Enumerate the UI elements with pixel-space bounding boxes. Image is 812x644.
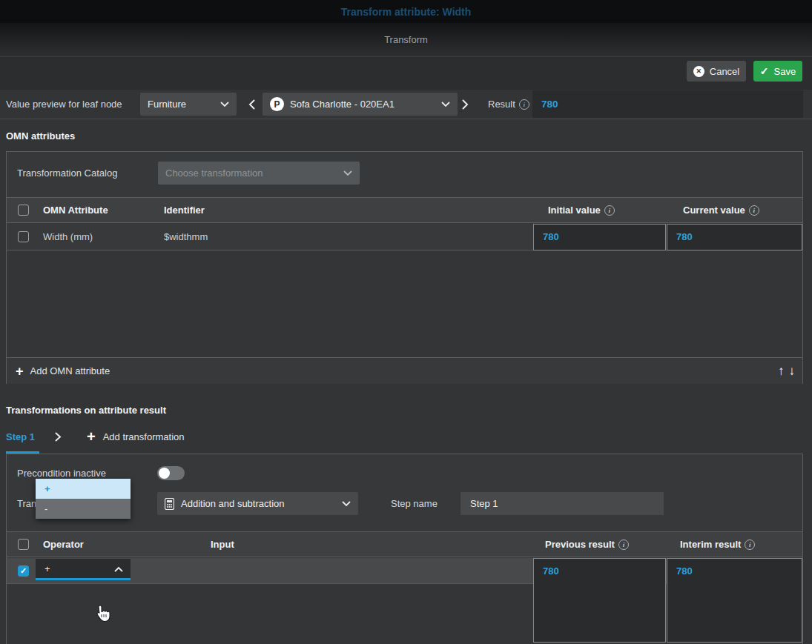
chevron-down-icon [441,99,450,110]
step-tabbar: Step 1 + Add transformation [0,426,812,454]
step-header-input: Input [211,532,234,557]
add-omn-attribute-button[interactable]: + Add OMN attribute [7,365,110,378]
info-icon: i [604,205,615,216]
plus-icon: + [87,429,96,444]
precondition-label: Precondition inactive [17,468,106,479]
add-transformation-label: Add transformation [103,431,185,442]
product-value: Sofa Charlotte - 020EA1 [290,99,395,110]
step-header-previous: Previous result i [545,532,629,557]
chevron-up-icon [114,563,123,574]
save-label: Save [774,66,796,77]
previous-product-button[interactable] [245,93,258,116]
step-row-interim-value: 780 [667,558,802,643]
move-down-button[interactable]: ↓ [789,365,796,377]
operator-option-minus[interactable]: - [36,499,131,519]
save-check-icon: ✓ [760,65,769,77]
category-value: Furniture [148,99,186,110]
category-select[interactable]: Furniture [140,93,237,116]
next-product-button[interactable] [458,93,472,116]
omn-catalog-select[interactable]: Choose transformation [158,162,360,185]
omn-row-current-value: 780 [667,224,802,250]
product-select[interactable]: P Sofa Charlotte - 020EA1 [263,93,458,116]
result-label: Result i [488,99,529,110]
omn-table-header: OMN Attribute Identifier Initial value i… [7,197,802,223]
result-value-field: 780 [532,90,803,118]
step-catalog-select[interactable]: Addition and subtraction [157,492,358,515]
add-omn-attribute-label: Add OMN attribute [30,365,110,376]
toggle-knob [159,468,170,479]
modal-title: Transform [384,34,428,45]
cancel-x-icon: ✕ [693,66,704,77]
omn-row-checkbox[interactable] [18,231,29,242]
omn-section-heading: OMN attributes [6,130,75,142]
calculator-icon [165,498,174,510]
info-icon: i [745,540,755,550]
tab-step-1[interactable]: Step 1 [6,431,35,442]
omn-header-attribute: OMN Attribute [43,198,108,222]
cancel-label: Cancel [710,66,739,77]
omn-row-attribute: Width (mm) [43,231,93,242]
step-header-operator: Operator [43,532,84,557]
omn-row-identifier: $widthmm [164,231,208,242]
step-name-input[interactable] [461,492,664,515]
info-icon: i [519,99,529,110]
omn-header-current: Current value i [683,198,759,222]
step-panel: Precondition inactive Transformation Cat… [6,454,803,644]
backdrop-title: Transform attribute: Width [341,6,472,18]
move-up-button[interactable]: ↑ [778,365,785,377]
value-preview-label: Value preview for leaf node [6,99,122,110]
omn-select-all-checkbox[interactable] [18,205,29,216]
modal-titlebar: Transform [0,23,812,57]
chevron-down-icon [220,99,229,110]
omn-panel: Transformation Catalog Choose transforma… [6,151,803,384]
plus-icon: + [16,365,24,378]
chevron-down-icon [343,167,352,179]
operator-select[interactable]: + [36,559,131,580]
cancel-button[interactable]: ✕ Cancel [687,61,746,82]
omn-catalog-placeholder: Choose transformation [165,167,263,179]
add-transformation-button[interactable]: + Add transformation [87,429,185,444]
omn-header-identifier: Identifier [164,198,205,222]
chevron-down-icon [342,498,351,509]
transform-dialog: Transform attribute: Width Transform ✕ C… [0,0,812,644]
transform-section-heading: Transformations on attribute result [6,405,166,416]
info-icon: i [749,205,759,216]
step-row-checkbox[interactable]: ✓ [18,565,29,577]
omn-table-footer: + Add OMN attribute ↑ ↓ [7,357,802,384]
divider [0,119,812,119]
save-button[interactable]: ✓ Save [753,61,802,82]
step-row-previous-value: 780 [533,558,666,643]
backdrop-titlebar: Transform attribute: Width [0,0,812,23]
step-select-all-checkbox[interactable] [18,539,29,550]
omn-header-initial: Initial value i [548,198,615,222]
step-catalog-value: Addition and subtraction [181,498,284,509]
omn-catalog-label: Transformation Catalog [17,167,117,179]
omn-table-row: Width (mm) $widthmm 780 780 [7,224,802,250]
step-header-interim: Interim result i [680,532,755,557]
step-name-label: Step name [391,498,438,509]
step-table-header: Operator Input Previous result i Interim… [7,531,802,557]
result-value: 780 [541,99,558,110]
product-badge-icon: P [270,97,284,111]
info-icon: i [618,540,629,550]
operator-dropdown-menu: + - [36,479,131,519]
precondition-toggle[interactable] [157,466,185,480]
omn-row-initial-value: 780 [533,224,666,250]
chevron-right-icon[interactable] [55,432,62,444]
omn-table-empty-area [7,251,802,357]
cursor-pointer [95,605,110,625]
operator-value: + [44,563,50,574]
operator-option-plus[interactable]: + [36,479,131,499]
